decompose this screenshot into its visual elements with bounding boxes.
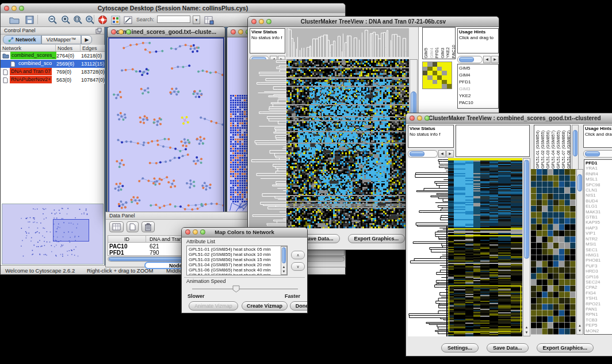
gene-list-item[interactable]: BUD4 bbox=[586, 198, 612, 204]
scrollbar-thumb[interactable] bbox=[524, 160, 529, 259]
close-icon[interactable] bbox=[4, 6, 9, 11]
gene-list-item[interactable]: MSL1 bbox=[586, 177, 612, 182]
plugin-manager-icon[interactable] bbox=[110, 14, 121, 25]
close-icon[interactable] bbox=[185, 229, 190, 235]
network-row-selected[interactable]: combined_sco 2569(6)13112(15) bbox=[1, 60, 105, 68]
network-row[interactable]: DNA and Tran 07 769(0)183728(0) bbox=[1, 68, 105, 76]
heatmap-canvas[interactable] bbox=[286, 59, 409, 228]
zoom-out-button[interactable] bbox=[47, 14, 58, 25]
matrix-cell[interactable] bbox=[447, 67, 452, 71]
scroll-up-icon[interactable]: ▲ bbox=[281, 265, 286, 269]
open-file-button[interactable] bbox=[9, 14, 20, 25]
network-row[interactable]: combined_scores_ 2764(0)16218(0) bbox=[1, 52, 105, 60]
move-down-button[interactable]: ∨ bbox=[291, 262, 305, 271]
gene-list-item[interactable]: KAP95 bbox=[586, 220, 612, 225]
scrollbar-thumb[interactable] bbox=[282, 247, 286, 263]
attribute-list-item[interactable]: GPL51-07 (GSM868) heat shock 60 min bbox=[189, 273, 287, 275]
scroll-up-icon[interactable]: ▲ bbox=[523, 325, 530, 329]
scroll-down-icon[interactable]: ▼ bbox=[577, 328, 583, 333]
gene-list-item[interactable]: GIM3 bbox=[459, 86, 498, 93]
labels-scrollbar[interactable] bbox=[572, 125, 579, 170]
table-cell-id[interactable]: PAC10 bbox=[109, 243, 128, 250]
matrix-cell[interactable] bbox=[433, 71, 437, 75]
gene-list-item[interactable]: GIM4 bbox=[459, 72, 498, 79]
matrix-cell[interactable] bbox=[447, 71, 452, 75]
zoom-heatmap-canvas[interactable] bbox=[531, 169, 576, 335]
matrix-cell[interactable] bbox=[423, 62, 427, 67]
move-up-button[interactable]: ∧ bbox=[291, 251, 305, 259]
matrix-cell[interactable] bbox=[423, 80, 427, 85]
gene-list-item[interactable]: SEC24 bbox=[586, 279, 612, 285]
search-dropdown-icon[interactable]: ▼ bbox=[193, 16, 200, 24]
zoom-icon[interactable] bbox=[266, 19, 271, 24]
gene-list-item[interactable]: MON2 bbox=[586, 328, 612, 334]
treeview-action-button[interactable]: Settings... bbox=[441, 343, 479, 352]
matrix-cell[interactable] bbox=[442, 62, 446, 67]
slider-track[interactable] bbox=[583, 150, 612, 158]
slider-left-icon[interactable]: ◀ bbox=[483, 56, 491, 63]
attribute-list-item[interactable]: GPL51-04 (GSM857) heat shock 20 min bbox=[189, 262, 287, 267]
gene-list-item[interactable]: RPO21 bbox=[586, 301, 612, 306]
gene-list-item[interactable]: FIG4 bbox=[586, 290, 612, 296]
scroll-up-icon[interactable]: ▲ bbox=[577, 323, 583, 328]
attribute-list-item[interactable]: GPL51-01 (GSM854) heat shock 05 min bbox=[189, 247, 287, 252]
gene-list-item[interactable]: PFD1 bbox=[459, 79, 498, 86]
scrollbar-thumb[interactable] bbox=[577, 174, 582, 191]
slider-right-icon[interactable]: ▶ bbox=[446, 150, 454, 158]
minimize-icon[interactable] bbox=[238, 29, 243, 35]
gene-list-item[interactable]: MAK31 bbox=[586, 209, 612, 214]
network-canvas[interactable] bbox=[109, 39, 223, 212]
matrix-cell[interactable] bbox=[447, 80, 452, 85]
gene-list-item[interactable]: CLN1 bbox=[586, 187, 612, 193]
slider-thumb[interactable] bbox=[585, 151, 600, 156]
matrix-cell[interactable] bbox=[442, 80, 446, 85]
zoom-column-label[interactable]: GPL51-06 (GSM865) bbox=[556, 131, 561, 168]
matrix-cell[interactable] bbox=[423, 71, 427, 75]
attribute-select-icon[interactable] bbox=[109, 221, 124, 232]
birdseye-view[interactable] bbox=[2, 204, 104, 265]
matrix-cell[interactable] bbox=[437, 80, 442, 85]
close-icon[interactable] bbox=[251, 19, 257, 24]
slider-thumb[interactable] bbox=[410, 151, 424, 156]
slider-track[interactable] bbox=[457, 56, 483, 63]
matrix-cell[interactable] bbox=[447, 84, 452, 89]
attribute-list-item[interactable]: GPL51-06 (GSM865) heat shock 40 min bbox=[189, 267, 287, 273]
matrix-cell[interactable] bbox=[427, 71, 432, 75]
zoom-column-label[interactable]: GPL51-07 (GSM868) bbox=[561, 131, 566, 168]
column-dendrogram-area[interactable] bbox=[456, 125, 530, 157]
treeview2-titlebar[interactable]: ClusterMaker TreeView : combined_scores_… bbox=[406, 113, 612, 124]
zoom-column-label[interactable]: GPL51-04 (GSM857) bbox=[551, 131, 556, 168]
heatmap-canvas[interactable] bbox=[448, 158, 522, 336]
help-lifesaver-icon[interactable] bbox=[97, 14, 108, 25]
gene-list-item[interactable]: NIS1 bbox=[586, 193, 612, 198]
gene-list-item[interactable]: GIM5 bbox=[459, 65, 498, 72]
zoom-icon[interactable] bbox=[200, 229, 205, 235]
minimize-icon[interactable] bbox=[118, 29, 124, 35]
gene-list-item[interactable]: VIP1 bbox=[586, 231, 612, 236]
matrix-cell[interactable] bbox=[433, 80, 437, 85]
gene-list-item[interactable]: PAN1 bbox=[586, 306, 612, 312]
gene-list-item[interactable]: YSH1 bbox=[586, 296, 612, 301]
matrix-cell[interactable] bbox=[442, 84, 446, 89]
matrix-column-label[interactable]: PAC10 bbox=[452, 45, 456, 58]
zoom-slider[interactable]: ◀ ▶ bbox=[408, 150, 454, 158]
zoom-icon[interactable] bbox=[126, 29, 131, 35]
done-button[interactable]: Done bbox=[290, 301, 308, 311]
genelist-scrollbar[interactable]: ▲ ▼ bbox=[576, 169, 583, 335]
gene-list-item[interactable]: RNR4 bbox=[586, 171, 612, 177]
gene-list-item[interactable]: CPA2 bbox=[586, 285, 612, 290]
column-header[interactable]: Edges bbox=[81, 45, 105, 52]
matrix-column-label[interactable]: GIM3 bbox=[441, 48, 446, 58]
matrix-column-label[interactable]: GIM5 bbox=[424, 48, 429, 58]
gene-list-item[interactable]: YKE2 bbox=[459, 93, 498, 99]
birdseye-canvas[interactable] bbox=[2, 204, 103, 264]
matrix-cell[interactable] bbox=[437, 75, 442, 80]
treeview-action-button[interactable]: Export Graphics... bbox=[537, 343, 594, 352]
gene-list-item[interactable]: GTB1 bbox=[586, 214, 612, 220]
gene-list-item[interactable]: GPI16 bbox=[586, 274, 612, 279]
scroll-down-icon[interactable]: ▼ bbox=[523, 330, 530, 335]
matrix-cell[interactable] bbox=[427, 67, 432, 71]
gene-list-item[interactable]: HMG1 bbox=[586, 252, 612, 258]
speed-slider-thumb[interactable] bbox=[232, 285, 240, 295]
matrix-column-label[interactable]: PFD1 bbox=[435, 47, 440, 58]
